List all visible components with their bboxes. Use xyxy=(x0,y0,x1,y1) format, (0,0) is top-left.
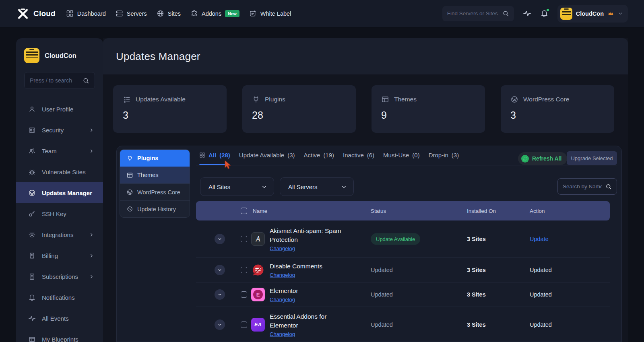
filter-tab-inactive[interactable]: Inactive (6) xyxy=(343,152,374,159)
sidebar-item-ssh-key[interactable]: SSH Key xyxy=(16,203,103,224)
workspace-header[interactable]: CloudCon xyxy=(16,38,103,63)
sidebar-item-user-profile[interactable]: User Profile xyxy=(16,99,103,119)
table-row: Disable Comments Changelog Updated 3 Sit… xyxy=(196,258,610,282)
nav-servers[interactable]: Servers xyxy=(116,10,147,17)
gear-icon xyxy=(28,231,36,239)
sidebar-item-team[interactable]: Team xyxy=(16,140,103,161)
nav-sites[interactable]: Sites xyxy=(157,10,181,17)
chevron-right-icon xyxy=(89,232,94,237)
top-navbar: Cloud Dashboard Servers Sites Addons New xyxy=(0,0,644,27)
chevron-right-icon xyxy=(89,274,94,279)
filter-tab-drop-in[interactable]: Drop-in (3) xyxy=(429,152,459,159)
team-icon xyxy=(28,147,36,155)
bell-icon xyxy=(28,294,36,301)
sidebar-item-notifications[interactable]: Notifications xyxy=(16,287,103,308)
akismet-plugin-icon: A xyxy=(251,232,265,246)
filter-tab-active[interactable]: Active (19) xyxy=(304,152,334,159)
changelog-link[interactable]: Changelog xyxy=(270,245,295,251)
tab-themes[interactable]: Themes xyxy=(120,167,190,183)
sidebar-item-subscriptions[interactable]: Subscriptions xyxy=(16,266,103,287)
expand-row-button[interactable] xyxy=(215,289,225,300)
expand-row-button[interactable] xyxy=(215,265,225,275)
select-all-checkbox[interactable] xyxy=(241,208,247,214)
row-checkbox[interactable] xyxy=(241,291,247,298)
stat-card-plugins: Plugins 28 xyxy=(242,85,356,133)
tab-wordpress-core[interactable]: WordPress Core xyxy=(120,183,190,200)
tab-plugins[interactable]: Plugins xyxy=(120,150,190,167)
filter-count: (3) xyxy=(452,152,459,159)
tabs-divider xyxy=(196,165,617,165)
expand-row-button[interactable] xyxy=(215,234,225,244)
notification-dot xyxy=(546,8,550,12)
filter-count: (28) xyxy=(219,152,230,159)
sidebar-item-security[interactable]: Security xyxy=(16,119,103,140)
update-link[interactable]: Update xyxy=(530,236,549,242)
notifications-button[interactable] xyxy=(540,9,549,18)
search-icon xyxy=(83,77,89,84)
chevron-right-icon xyxy=(89,253,94,258)
search-icon xyxy=(605,183,612,190)
global-search-input[interactable] xyxy=(447,10,499,16)
changelog-link[interactable]: Changelog xyxy=(270,331,295,337)
filter-tab-all[interactable]: All (28) xyxy=(199,152,230,159)
nav-addons[interactable]: Addons New xyxy=(190,10,239,17)
row-checkbox[interactable] xyxy=(241,236,247,242)
tab-label: Themes xyxy=(137,172,158,178)
main-nav: Dashboard Servers Sites Addons New White… xyxy=(66,10,291,17)
filter-tab-update-available[interactable]: Update Available (3) xyxy=(239,152,295,159)
nav-white-label[interactable]: White Label xyxy=(249,10,291,17)
chevron-down-icon xyxy=(261,184,267,190)
filter-count: (0) xyxy=(412,152,419,159)
sidebar-item-label: SSH Key xyxy=(42,210,66,217)
sites-filter-select[interactable]: All Sites xyxy=(200,177,274,196)
changelog-link[interactable]: Changelog xyxy=(270,297,295,303)
table-search[interactable] xyxy=(557,178,617,195)
filter-tab-must-use[interactable]: Must-Use (0) xyxy=(383,152,420,159)
sidebar-search[interactable] xyxy=(24,72,95,89)
stat-label: Plugins xyxy=(265,96,285,103)
brand-logo[interactable]: Cloud xyxy=(16,7,56,21)
changelog-link[interactable]: Changelog xyxy=(270,272,295,278)
row-checkbox[interactable] xyxy=(241,321,247,328)
nav-dashboard[interactable]: Dashboard xyxy=(66,10,106,17)
refresh-all-button[interactable]: Refresh All xyxy=(518,152,567,165)
plugins-table: Name Status Installed On Action A Akisme… xyxy=(196,201,610,342)
table-search-input[interactable] xyxy=(563,183,602,190)
installed-on-value: 3 Sites xyxy=(467,291,486,298)
sidebar-search-input[interactable] xyxy=(30,77,79,84)
sidebar-item-label: Updates Manager xyxy=(42,190,92,196)
sidebar-menu: User Profile Security Team Vulnerable Si… xyxy=(16,99,103,342)
sidebar-item-my-blueprints[interactable]: My Blueprints xyxy=(16,329,103,342)
activity-icon[interactable] xyxy=(523,9,531,18)
nav-sites-label: Sites xyxy=(168,10,181,17)
avatar xyxy=(560,8,572,20)
tab-update-history[interactable]: Update History xyxy=(120,200,190,217)
chevron-right-icon xyxy=(89,128,94,133)
pulse-icon xyxy=(28,315,36,322)
new-badge: New xyxy=(225,10,239,17)
upgrade-selected-button[interactable]: Upgrade Selected xyxy=(567,151,617,165)
row-checkbox[interactable] xyxy=(241,267,247,273)
expand-row-button[interactable] xyxy=(215,319,225,330)
account-menu[interactable]: CloudCon xyxy=(557,5,628,23)
receipt-icon xyxy=(28,252,36,260)
global-search[interactable] xyxy=(442,6,514,21)
chevron-down-icon xyxy=(217,237,222,241)
action-text: Updated xyxy=(530,321,552,328)
sidebar-item-updates-manager[interactable]: Updates Manager xyxy=(16,182,103,203)
sidebar-item-label: Integrations xyxy=(42,231,73,238)
sidebar-item-label: Billing xyxy=(42,252,58,259)
tab-label: WordPress Core xyxy=(137,189,180,196)
sidebar-item-vulnerable-sites[interactable]: Vulnerable Sites xyxy=(16,161,103,182)
sidebar-item-label: All Events xyxy=(42,315,69,322)
wordpress-icon xyxy=(510,95,518,103)
invoice-icon xyxy=(28,273,36,280)
action-text: Updated xyxy=(530,267,552,273)
wordpress-icon xyxy=(28,189,36,197)
sidebar-item-all-events[interactable]: All Events xyxy=(16,308,103,329)
refresh-icon xyxy=(522,156,528,161)
sidebar-item-billing[interactable]: Billing xyxy=(16,245,103,266)
servers-filter-select[interactable]: All Servers xyxy=(280,177,354,196)
sidebar-item-integrations[interactable]: Integrations xyxy=(16,224,103,245)
checklist-icon xyxy=(123,95,131,103)
